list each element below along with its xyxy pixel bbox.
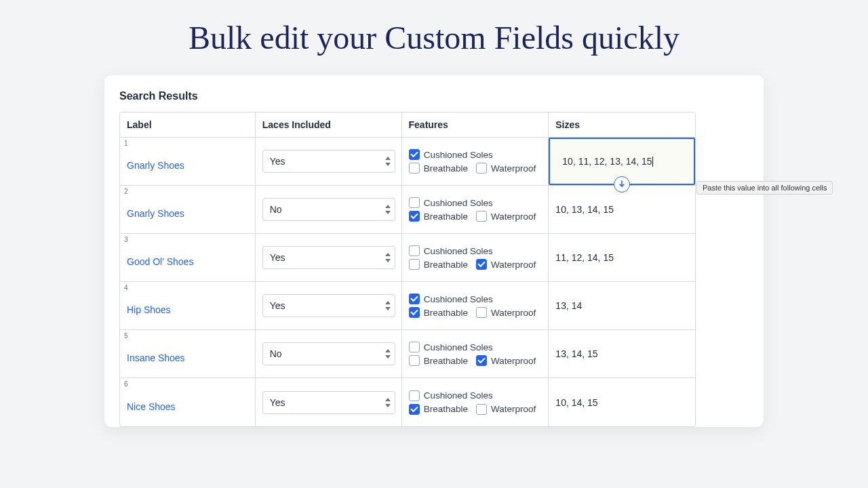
cell-features: Cushioned SolesBreathableWaterproof <box>402 186 549 233</box>
laces-select-value: Yes <box>270 156 285 167</box>
stepper-icon <box>385 253 391 262</box>
row-number: 3 <box>123 236 130 243</box>
checkbox-breathable[interactable] <box>409 211 420 222</box>
row-number: 6 <box>123 380 130 388</box>
sizes-text: 10, 13, 14, 15 <box>555 204 688 215</box>
feature-label-waterproof: Waterproof <box>491 211 536 222</box>
checkbox-cushioned[interactable] <box>409 197 420 208</box>
table-row: 3Good Ol' ShoesYesCushioned SolesBreatha… <box>120 234 695 282</box>
product-link[interactable]: Good Ol' Shoes <box>127 256 248 267</box>
table-row: 5Insane ShoesNoCushioned SolesBreathable… <box>120 330 695 378</box>
product-link[interactable]: Insane Shoes <box>127 352 248 363</box>
section-title: Search Results <box>104 90 764 112</box>
paste-down-tooltip: Paste this value into all following cell… <box>696 181 833 195</box>
laces-select-value: No <box>270 348 282 359</box>
feature-label-breathable: Breathable <box>424 211 468 222</box>
row-number: 5 <box>123 332 130 340</box>
row-number: 2 <box>123 188 130 195</box>
cell-sizes[interactable]: 10, 14, 15 <box>549 378 695 426</box>
cell-laces: Yes <box>256 282 402 329</box>
column-header-label: Label <box>120 113 256 137</box>
feature-label-waterproof: Waterproof <box>491 356 536 366</box>
laces-select[interactable]: Yes <box>262 391 395 414</box>
checkbox-waterproof[interactable] <box>476 404 487 415</box>
cell-sizes[interactable]: 11, 12, 14, 15 <box>549 234 695 281</box>
feature-label-breathable: Breathable <box>424 404 468 414</box>
cell-features: Cushioned SolesBreathableWaterproof <box>402 378 549 426</box>
results-table: Label Laces Included Features Sizes 1Gna… <box>119 112 696 427</box>
checkbox-breathable[interactable] <box>409 307 420 318</box>
column-header-sizes: Sizes <box>549 113 695 137</box>
sizes-text: 13, 14, 15 <box>555 348 688 359</box>
laces-select[interactable]: Yes <box>262 150 395 173</box>
stepper-icon <box>385 349 391 359</box>
table-row: 2Gnarly ShoesNoCushioned SolesBreathable… <box>120 186 695 234</box>
checkbox-cushioned[interactable] <box>409 293 420 304</box>
checkbox-cushioned[interactable] <box>409 342 420 352</box>
sizes-text: 13, 14 <box>555 300 688 311</box>
stepper-icon <box>385 205 391 214</box>
stepper-icon <box>385 398 391 407</box>
cell-laces: Yes <box>256 138 402 185</box>
sizes-input[interactable]: 10, 11, 12, 13, 14, 15 <box>562 156 682 167</box>
sizes-text: 11, 12, 14, 15 <box>555 252 688 263</box>
cell-label: 1Gnarly Shoes <box>120 138 256 185</box>
cell-features: Cushioned SolesBreathableWaterproof <box>402 330 549 378</box>
checkbox-cushioned[interactable] <box>409 390 420 401</box>
product-link[interactable]: Gnarly Shoes <box>127 208 248 219</box>
feature-label-breathable: Breathable <box>424 356 468 366</box>
checkbox-cushioned[interactable] <box>409 245 420 256</box>
laces-select[interactable]: No <box>262 198 395 221</box>
checkbox-waterproof[interactable] <box>476 307 487 318</box>
table-body: 1Gnarly ShoesYesCushioned SolesBreathabl… <box>120 138 695 426</box>
checkbox-waterproof[interactable] <box>476 163 487 174</box>
feature-label-breathable: Breathable <box>424 308 468 318</box>
feature-label-cushioned: Cushioned Soles <box>424 150 493 160</box>
row-number: 1 <box>123 140 130 147</box>
feature-label-breathable: Breathable <box>424 260 468 270</box>
checkbox-breathable[interactable] <box>409 404 420 415</box>
cell-laces: Yes <box>256 234 402 281</box>
paste-down-button[interactable] <box>614 176 630 192</box>
cell-label: 6Nice Shoes <box>120 378 256 426</box>
cell-sizes[interactable]: 10, 11, 12, 13, 14, 15Paste this value i… <box>549 138 695 185</box>
page-title: Bulk edit your Custom Fields quickly <box>0 0 868 75</box>
stepper-icon <box>385 157 391 166</box>
column-header-laces: Laces Included <box>256 113 402 137</box>
product-link[interactable]: Gnarly Shoes <box>127 160 248 171</box>
cell-features: Cushioned SolesBreathableWaterproof <box>402 138 549 185</box>
cell-features: Cushioned SolesBreathableWaterproof <box>402 234 549 281</box>
feature-label-cushioned: Cushioned Soles <box>424 390 493 401</box>
product-link[interactable]: Hip Shoes <box>127 304 248 315</box>
laces-select[interactable]: No <box>262 342 395 365</box>
laces-select-value: No <box>270 204 282 215</box>
product-link[interactable]: Nice Shoes <box>127 401 248 412</box>
feature-label-waterproof: Waterproof <box>491 260 536 270</box>
feature-label-cushioned: Cushioned Soles <box>424 294 493 304</box>
table-row: 1Gnarly ShoesYesCushioned SolesBreathabl… <box>120 138 695 186</box>
column-header-features: Features <box>402 113 549 137</box>
checkbox-waterproof[interactable] <box>476 259 487 270</box>
laces-select-value: Yes <box>270 300 285 311</box>
stepper-icon <box>385 301 391 310</box>
checkbox-waterproof[interactable] <box>476 355 487 366</box>
results-card: Search Results Label Laces Included Feat… <box>104 75 764 427</box>
row-number: 4 <box>123 284 130 291</box>
cell-sizes[interactable]: 10, 13, 14, 15 <box>549 186 695 233</box>
checkbox-breathable[interactable] <box>409 259 420 270</box>
cell-label: 5Insane Shoes <box>120 330 256 378</box>
cell-sizes[interactable]: 13, 14, 15 <box>549 330 695 378</box>
checkbox-breathable[interactable] <box>409 163 420 174</box>
cell-laces: No <box>256 186 402 233</box>
laces-select[interactable]: Yes <box>262 294 395 317</box>
checkbox-breathable[interactable] <box>409 355 420 366</box>
feature-label-waterproof: Waterproof <box>491 163 536 174</box>
feature-label-cushioned: Cushioned Soles <box>424 246 493 256</box>
sizes-text: 10, 14, 15 <box>555 397 688 408</box>
cell-sizes[interactable]: 13, 14 <box>549 282 695 329</box>
checkbox-cushioned[interactable] <box>409 149 420 160</box>
checkbox-waterproof[interactable] <box>476 211 487 222</box>
cell-laces: Yes <box>256 378 402 426</box>
laces-select[interactable]: Yes <box>262 246 395 269</box>
table-row: 6Nice ShoesYesCushioned SolesBreathableW… <box>120 378 695 426</box>
